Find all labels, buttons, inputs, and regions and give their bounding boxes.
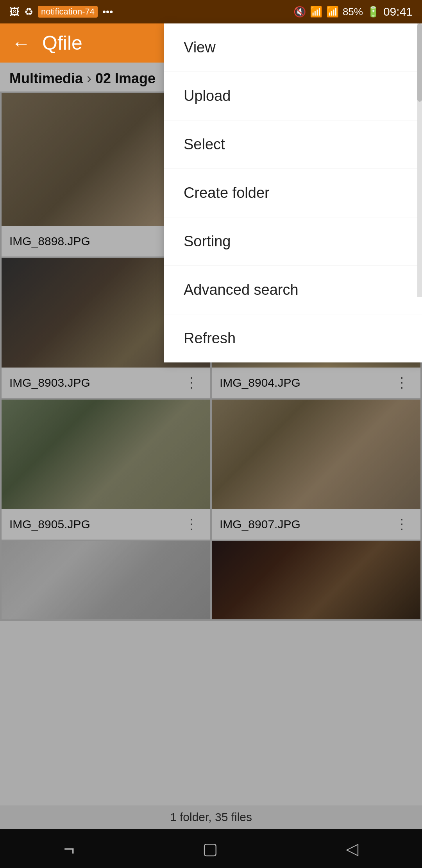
menu-item-select[interactable]: Select <box>164 120 422 169</box>
menu-item-sorting[interactable]: Sorting <box>164 217 422 266</box>
more-icon: ••• <box>102 6 113 18</box>
mute-icon: 🔇 <box>293 6 306 18</box>
menu-item-view[interactable]: View <box>164 23 422 72</box>
scroll-thumb[interactable] <box>417 23 422 102</box>
image-icon: 🖼 <box>9 6 20 18</box>
signal-icon: 📶 <box>326 6 339 18</box>
sync-icon: ♻ <box>24 6 33 18</box>
notification-badge: notification-74 <box>38 6 98 18</box>
back-button[interactable]: ← <box>12 32 30 54</box>
dropdown-menu: View Upload Select Create folder Sorting… <box>164 23 422 362</box>
battery-icon: 🔋 <box>367 6 379 18</box>
status-bar: 🖼 ♻ notification-74 ••• 🔇 📶 📶 85% 🔋 09:4… <box>0 0 422 23</box>
scroll-indicator <box>417 23 422 297</box>
menu-item-create-folder[interactable]: Create folder <box>164 169 422 217</box>
menu-item-refresh[interactable]: Refresh <box>164 314 422 362</box>
menu-item-upload[interactable]: Upload <box>164 72 422 120</box>
time-display: 09:41 <box>383 5 413 18</box>
menu-item-advanced-search[interactable]: Advanced search <box>164 266 422 314</box>
wifi-icon: 📶 <box>310 6 322 18</box>
status-icons-left: 🖼 ♻ notification-74 ••• <box>9 6 113 18</box>
battery-text: 85% <box>343 6 363 18</box>
status-icons-right: 🔇 📶 📶 85% 🔋 09:41 <box>293 5 413 18</box>
